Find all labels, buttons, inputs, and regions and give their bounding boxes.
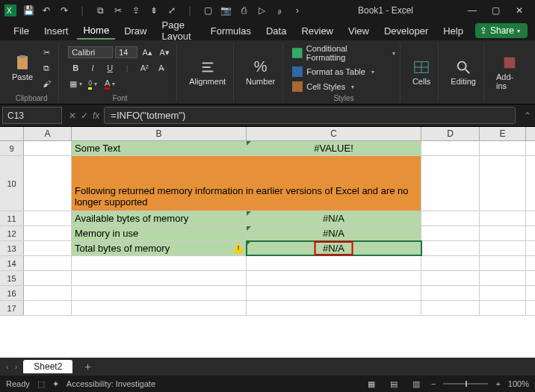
bold-button[interactable]: B bbox=[68, 61, 83, 75]
cell[interactable] bbox=[24, 226, 72, 240]
cells-button[interactable]: Cells bbox=[409, 57, 433, 87]
cell[interactable] bbox=[24, 156, 72, 211]
col-header-a[interactable]: A bbox=[24, 127, 72, 140]
cell[interactable] bbox=[480, 141, 526, 155]
sheet-tab[interactable]: Sheet2 bbox=[23, 360, 72, 373]
cell[interactable] bbox=[421, 301, 480, 315]
tab-view[interactable]: View bbox=[342, 23, 375, 39]
cell[interactable] bbox=[421, 156, 480, 211]
zoom-level[interactable]: 100% bbox=[508, 379, 529, 388]
cell[interactable] bbox=[480, 156, 526, 211]
accessibility-icon[interactable]: ✦ bbox=[52, 379, 59, 389]
cell[interactable] bbox=[24, 211, 72, 225]
decrease-font-icon[interactable]: A▾ bbox=[157, 46, 172, 59]
font-family-select[interactable]: Calibri bbox=[68, 46, 113, 58]
zoom-out-icon[interactable]: − bbox=[431, 379, 436, 388]
cell[interactable] bbox=[421, 271, 480, 285]
prev-sheet-icon[interactable]: ‹ bbox=[6, 362, 9, 371]
cell[interactable] bbox=[72, 256, 247, 270]
cell[interactable] bbox=[24, 271, 72, 285]
tab-file[interactable]: File bbox=[7, 23, 35, 39]
cell[interactable] bbox=[24, 241, 72, 255]
row-header[interactable]: 9 bbox=[0, 141, 24, 155]
tab-insert[interactable]: Insert bbox=[38, 23, 75, 39]
cell[interactable]: #N/A bbox=[247, 211, 421, 225]
tab-formulas[interactable]: Formulas bbox=[205, 23, 257, 39]
share-button[interactable]: ⇪Share▾ bbox=[475, 23, 528, 38]
enter-formula-icon[interactable]: ✓ bbox=[81, 111, 88, 121]
font-color-button[interactable]: A bbox=[102, 77, 117, 90]
formula-bar[interactable]: =INFO("totmem") bbox=[104, 107, 516, 124]
cell[interactable] bbox=[24, 286, 72, 300]
format-as-table-button[interactable]: Format as Table bbox=[292, 66, 395, 78]
row-header[interactable]: 13 bbox=[0, 241, 24, 255]
name-box[interactable]: C13 bbox=[2, 107, 62, 124]
cell[interactable] bbox=[24, 256, 72, 270]
tab-draw[interactable]: Draw bbox=[118, 23, 152, 39]
cell[interactable] bbox=[24, 141, 72, 155]
zoom-in-icon[interactable]: + bbox=[495, 379, 500, 388]
increase-font-icon[interactable]: A▴ bbox=[140, 46, 155, 59]
tab-data[interactable]: Data bbox=[260, 23, 292, 39]
font-super-button[interactable]: A² bbox=[137, 61, 152, 75]
cell[interactable] bbox=[24, 301, 72, 315]
cell[interactable] bbox=[480, 301, 526, 315]
cut-button[interactable]: ✂ bbox=[39, 46, 54, 59]
paste-button[interactable]: Paste bbox=[9, 53, 36, 83]
cell[interactable] bbox=[480, 256, 526, 270]
font-clear-button[interactable]: A̶ bbox=[154, 61, 169, 75]
tab-home[interactable]: Home bbox=[77, 22, 115, 40]
accessibility-status[interactable]: Accessibility: Investigate bbox=[67, 379, 155, 388]
camera-icon[interactable]: 📷 bbox=[220, 4, 232, 16]
row-header[interactable]: 14 bbox=[0, 256, 24, 270]
row-header[interactable]: 17 bbox=[0, 301, 24, 315]
close-icon[interactable]: ✕ bbox=[516, 5, 526, 16]
row-header[interactable]: 12 bbox=[0, 226, 24, 240]
copy-icon[interactable]: ⧉ bbox=[94, 4, 106, 16]
col-header-b[interactable]: B bbox=[72, 127, 247, 140]
qat-icon-4[interactable]: ⎙ bbox=[238, 4, 250, 16]
editing-button[interactable]: Editing bbox=[448, 57, 479, 87]
italic-button[interactable]: I bbox=[85, 61, 100, 75]
undo-icon[interactable]: ↶ bbox=[40, 4, 52, 16]
page-break-view-icon[interactable]: ▥ bbox=[409, 379, 424, 389]
cell[interactable] bbox=[421, 256, 480, 270]
next-sheet-icon[interactable]: › bbox=[15, 362, 18, 371]
cell[interactable] bbox=[247, 271, 421, 285]
new-icon[interactable]: ▢ bbox=[202, 4, 214, 16]
cell[interactable] bbox=[480, 241, 526, 255]
maximize-icon[interactable]: ▢ bbox=[492, 5, 502, 16]
cell-styles-button[interactable]: Cell Styles bbox=[292, 81, 395, 93]
format-painter-button[interactable]: 🖌 bbox=[39, 77, 54, 90]
macro-record-icon[interactable]: ⬚ bbox=[37, 379, 45, 389]
redo-icon[interactable]: ↷ bbox=[58, 4, 70, 16]
cancel-formula-icon[interactable]: ✕ bbox=[69, 111, 76, 121]
number-button[interactable]: % Number bbox=[243, 57, 278, 87]
cell[interactable]: Memory in use bbox=[72, 226, 247, 240]
cell[interactable] bbox=[247, 256, 421, 270]
cell-merged[interactable]: Following returned memory information in… bbox=[72, 156, 421, 211]
tab-review[interactable]: Review bbox=[295, 23, 339, 39]
cell[interactable] bbox=[421, 226, 480, 240]
col-header-d[interactable]: D bbox=[421, 127, 480, 140]
alignment-button[interactable]: Alignment bbox=[186, 57, 229, 87]
cell[interactable] bbox=[72, 271, 247, 285]
cell[interactable] bbox=[72, 286, 247, 300]
qat-more-icon[interactable]: › bbox=[291, 4, 303, 16]
fill-color-button[interactable]: ◊ bbox=[85, 77, 100, 90]
qat-icon-2[interactable]: ⇟ bbox=[148, 4, 160, 16]
cell[interactable] bbox=[421, 141, 480, 155]
cell[interactable] bbox=[421, 286, 480, 300]
underline-button[interactable]: U bbox=[102, 61, 117, 75]
cell[interactable] bbox=[247, 286, 421, 300]
cell[interactable] bbox=[480, 211, 526, 225]
fx-icon[interactable]: fx bbox=[93, 111, 99, 121]
minimize-icon[interactable]: — bbox=[468, 5, 478, 16]
border-button[interactable]: ▦ bbox=[68, 77, 83, 90]
select-all-corner[interactable] bbox=[0, 127, 24, 140]
cell[interactable] bbox=[421, 241, 480, 255]
conditional-formatting-button[interactable]: Conditional Formatting bbox=[292, 43, 395, 63]
cell[interactable]: #VALUE! bbox=[247, 141, 421, 155]
tab-help[interactable]: Help bbox=[437, 23, 469, 39]
copy-button[interactable]: ⧉ bbox=[39, 61, 54, 75]
